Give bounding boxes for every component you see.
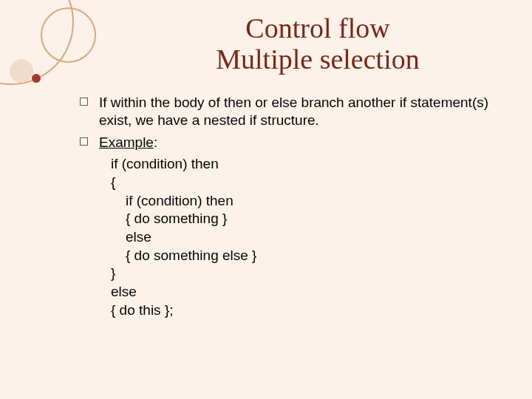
code-line-5: { do something else } (111, 247, 494, 265)
bullet-2-colon: : (154, 134, 157, 150)
code-line-1: { (111, 174, 494, 192)
code-example: if (condition) then { if (condition) the… (111, 155, 494, 319)
bullet-2-label: Example (99, 134, 154, 150)
deco-circle-small (10, 59, 33, 83)
code-line-4: else (111, 228, 494, 247)
bullet-1-part-1: If within the body of (99, 95, 224, 110)
code-line-3: { do something } (111, 210, 494, 228)
code-line-2: if (condition) then (111, 192, 494, 211)
code-line-0: if (condition) then (111, 155, 494, 174)
slide-title: Control flow Multiple selection (148, 13, 488, 75)
bullet-1-part-2: or (255, 95, 271, 110)
code-line-7: else (111, 283, 494, 301)
code-line-8: { do this }; (111, 301, 494, 320)
bullet-1-code-else: else (271, 95, 297, 110)
deco-circle-dot (32, 74, 41, 83)
bullet-1: If within the body of then or else branc… (80, 94, 494, 129)
bullet-2: Example: (80, 134, 494, 151)
title-line-1: Control flow (245, 13, 389, 44)
deco-circle-medium (41, 7, 96, 63)
code-line-6: } (111, 265, 494, 283)
slide-body: If within the body of then or else branc… (80, 94, 494, 319)
title-line-2: Multiple selection (216, 44, 419, 75)
bullet-1-code-then: then (224, 95, 251, 110)
